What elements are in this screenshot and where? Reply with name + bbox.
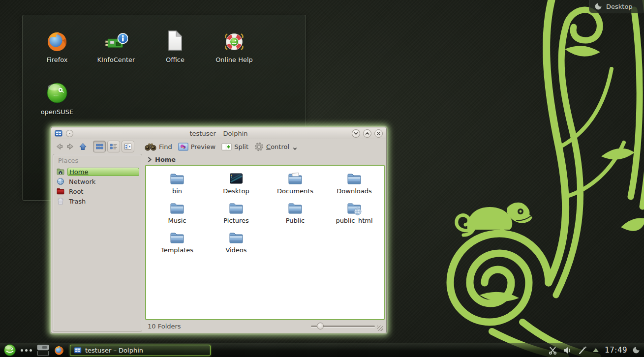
view-icons-button[interactable] (93, 141, 106, 152)
firefox-icon (45, 29, 69, 53)
close-icon (376, 131, 381, 136)
places-header: Places (53, 154, 142, 167)
find-button[interactable]: Find (142, 142, 175, 152)
breadcrumb-chevron-icon (148, 157, 152, 162)
folder-label: public_html (336, 217, 372, 224)
folder-label: Desktop (223, 187, 249, 195)
folder-label: Pictures (223, 217, 248, 224)
clock[interactable]: 17:49 (605, 346, 627, 355)
folder-item-documents[interactable]: Documents (266, 171, 325, 201)
split-view-icon (221, 143, 232, 151)
control-button[interactable]: Control (252, 141, 300, 152)
preview-label: Preview (191, 143, 216, 150)
close-button[interactable] (374, 129, 383, 138)
task-button-dolphin[interactable]: testuser – Dolphin (70, 345, 211, 356)
status-text: 10 Folders (148, 323, 181, 330)
folder-icon (346, 171, 362, 187)
folder-item-templates[interactable]: Templates (148, 230, 207, 260)
desktop-toolbox[interactable]: Desktop (589, 0, 644, 13)
rootfolder-icon (57, 187, 64, 195)
view-details-button[interactable] (107, 141, 120, 152)
preview-button[interactable]: Preview (176, 142, 218, 152)
pager-desktop-2[interactable] (37, 351, 49, 356)
desktop-icon-office[interactable]: Office (146, 29, 205, 81)
view-columns-button[interactable] (122, 141, 134, 152)
folder-label: Videos (225, 246, 246, 254)
window-title: testuser – Dolphin (51, 130, 386, 137)
chevron-down-icon (293, 147, 297, 150)
desktop-icon-label: openSUSE (41, 108, 74, 116)
back-button[interactable] (55, 143, 63, 150)
folder-icon (169, 201, 185, 216)
folder-item-music[interactable]: Music (148, 201, 207, 230)
desktop-icon-label: KInfoCenter (97, 56, 135, 63)
titlebar[interactable]: testuser – Dolphin (51, 127, 386, 139)
folder-label: Documents (277, 187, 313, 195)
sidebar-item-root[interactable]: Root (53, 186, 142, 196)
maximize-button[interactable] (363, 129, 371, 138)
desktop-icon-opensuse[interactable]: openSUSE (28, 81, 87, 133)
folder-item-pictures[interactable]: Pictures (207, 201, 266, 230)
folder-icon (287, 201, 303, 216)
sidebar-item-trash[interactable]: Trash (53, 196, 142, 206)
volume-icon[interactable] (563, 346, 572, 355)
tablet-pen-icon[interactable] (578, 346, 586, 355)
suse-icon (45, 81, 69, 105)
folder-icon (169, 230, 185, 246)
details-view-icon (110, 143, 118, 150)
up-button[interactable] (79, 143, 87, 150)
place-label: Home (67, 168, 139, 176)
folder-item-desktop[interactable]: Desktop (207, 171, 266, 201)
dolphin-window: testuser – Dolphin Find (51, 127, 387, 333)
panel-cashew-icon[interactable] (632, 346, 640, 354)
places-list: HomeNetworkRootTrash (53, 167, 142, 206)
tray-expander-icon[interactable] (593, 348, 599, 352)
help-icon (222, 29, 246, 53)
control-label: Control (266, 143, 289, 150)
folder-item-videos[interactable]: Videos (207, 230, 266, 260)
toolbox-label: Desktop (606, 3, 633, 10)
task-button-label: testuser – Dolphin (85, 347, 143, 354)
statusbar: 10 Folders (145, 320, 385, 332)
folder-label: Public (286, 217, 305, 224)
desktop-icon-firefox[interactable]: Firefox (28, 29, 87, 81)
folder-item-bin[interactable]: bin (148, 171, 207, 201)
split-button[interactable]: Split (219, 142, 251, 152)
folder-icon (228, 230, 244, 246)
forward-button[interactable] (67, 143, 75, 150)
folder-icon (228, 201, 244, 216)
sidebar-item-network[interactable]: Network (53, 177, 142, 186)
desktop-icon-online-help[interactable]: Online Help (205, 29, 264, 81)
minimize-button[interactable] (352, 129, 360, 138)
folder-item-downloads[interactable]: Downloads (325, 171, 384, 201)
pager-desktop-1[interactable] (37, 345, 49, 350)
klipper-scissors-icon[interactable] (549, 346, 557, 355)
folder-label: Templates (161, 246, 193, 254)
place-label: Trash (67, 198, 87, 205)
application-launcher-button[interactable] (3, 344, 16, 357)
folder-label: Music (168, 217, 186, 224)
desktop-icon-kinfocenter[interactable]: KInfoCenter (87, 29, 146, 81)
gear-icon (254, 142, 264, 151)
folder-view[interactable]: binDesktopDocumentsDownloadsMusicPicture… (145, 165, 385, 320)
columns-view-icon (124, 143, 132, 150)
folder-grid: binDesktopDocumentsDownloadsMusicPicture… (146, 166, 384, 260)
cashew-icon (594, 2, 602, 10)
folder-item-public-html[interactable]: public_html (325, 201, 384, 230)
panel-dots-icon[interactable] (21, 349, 32, 352)
breadcrumb[interactable]: Home (145, 154, 385, 165)
minimize-icon (353, 131, 359, 136)
folder-item-public[interactable]: Public (266, 201, 325, 230)
virtual-desktop-pager[interactable] (37, 345, 49, 356)
sidebar-item-home[interactable]: Home (53, 167, 142, 177)
firefox-launcher-icon[interactable] (54, 345, 64, 356)
zoom-slider[interactable] (311, 323, 375, 329)
toolbar: Find Preview Split Control (51, 139, 386, 154)
folder-label: Downloads (337, 187, 371, 195)
maximize-icon (365, 131, 370, 136)
find-label: Find (159, 143, 172, 150)
split-label: Split (234, 143, 248, 150)
resize-grip[interactable] (377, 326, 383, 331)
zoom-slider-handle[interactable] (317, 323, 324, 329)
desktop-icon-label: Online Help (215, 56, 253, 63)
